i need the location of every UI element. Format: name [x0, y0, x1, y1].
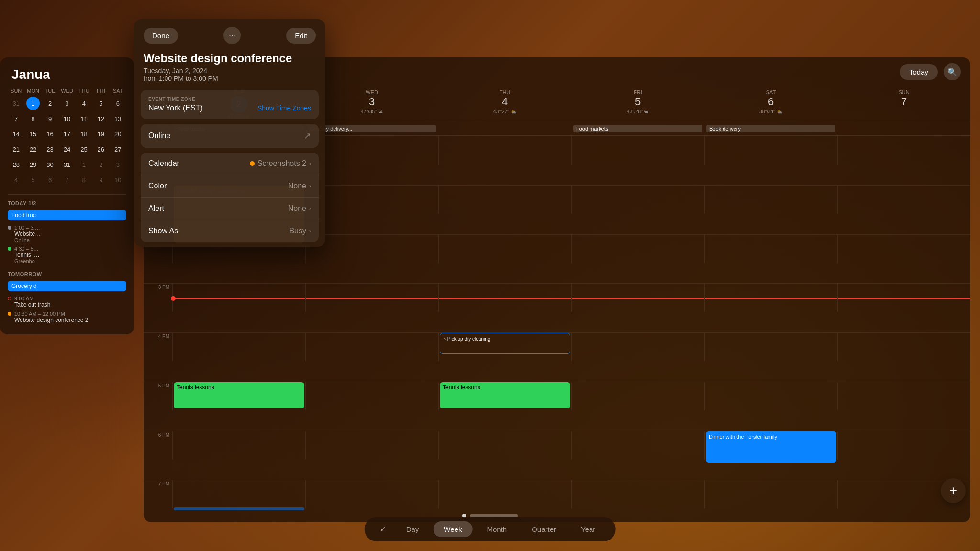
time-cell-sat-5pm[interactable]	[704, 382, 837, 410]
col-header-thu[interactable]: THU 4 43°/27° ⛅	[438, 86, 571, 122]
nav-check-icon[interactable]: ✓	[374, 521, 392, 538]
cal-day[interactable]: 22	[26, 143, 40, 156]
time-cell-wed-7pm[interactable]	[305, 480, 438, 508]
cal-day[interactable]: 9	[94, 173, 108, 187]
cal-day[interactable]: 16	[44, 127, 57, 141]
add-event-button[interactable]: +	[941, 478, 966, 503]
time-cell-tue-3pm[interactable]	[172, 283, 305, 312]
time-cell-sun-4pm[interactable]	[837, 332, 970, 361]
time-cell-thu-6pm[interactable]	[438, 431, 571, 460]
event-pickup-dry[interactable]: ○ Pick up dry cleaning	[440, 333, 570, 354]
cal-day[interactable]: 17	[60, 127, 74, 141]
allday-event[interactable]: Grocery delivery...	[307, 125, 436, 132]
cal-day[interactable]: 30	[44, 158, 57, 171]
cal-day[interactable]: 7	[60, 173, 74, 187]
time-cell-fri-12[interactable]	[571, 136, 704, 165]
nav-item-week[interactable]: Week	[433, 521, 472, 537]
cal-day[interactable]: 23	[44, 143, 57, 156]
cal-day[interactable]: 21	[10, 143, 23, 156]
time-cell-sat-2pm[interactable]	[704, 234, 837, 263]
show-as-row[interactable]: Show As Busy ›	[141, 220, 319, 242]
cal-day-today[interactable]: 1	[26, 97, 40, 110]
time-cell-tue-6pm[interactable]	[172, 431, 305, 460]
time-cell-fri-4pm[interactable]	[571, 332, 704, 361]
time-cell-tue-5pm[interactable]: Tennis lessons	[172, 382, 305, 410]
cal-day[interactable]: 3	[60, 97, 74, 110]
cal-day[interactable]: 6	[44, 173, 57, 187]
nav-item-day[interactable]: Day	[396, 521, 430, 537]
cal-day[interactable]: 28	[10, 158, 23, 171]
col-header-sat[interactable]: SAT 6 38°/34° ⛅	[704, 86, 837, 122]
cal-day[interactable]: 4	[77, 97, 90, 110]
more-options-button[interactable]: ···	[223, 27, 241, 44]
cal-day[interactable]: 9	[44, 112, 57, 125]
time-cell-fri-3pm[interactable]	[571, 283, 704, 312]
sidebar-today-badge[interactable]: Food truc	[8, 210, 126, 220]
nav-item-quarter[interactable]: Quarter	[521, 521, 567, 537]
time-cell-fri-1pm[interactable]	[571, 185, 704, 214]
cal-day[interactable]: 20	[111, 127, 124, 141]
time-cell-tue-4pm[interactable]	[172, 332, 305, 361]
time-cell-fri-6pm[interactable]	[571, 431, 704, 460]
cal-day[interactable]: 5	[94, 97, 108, 110]
time-cell-sun-3pm[interactable]	[837, 283, 970, 312]
time-cell-fri-5pm[interactable]	[571, 382, 704, 410]
cal-day[interactable]: 24	[60, 143, 74, 156]
time-cell-sun-12[interactable]	[837, 136, 970, 165]
cal-day[interactable]: 8	[77, 173, 90, 187]
time-cell-thu-3pm[interactable]	[438, 283, 571, 312]
time-cell-sun-6pm[interactable]	[837, 431, 970, 460]
cal-day[interactable]: 15	[26, 127, 40, 141]
time-cell-sat-1pm[interactable]	[704, 185, 837, 214]
cal-day[interactable]: 10	[111, 173, 124, 187]
time-cell-fri-2pm[interactable]	[571, 234, 704, 263]
cal-day[interactable]: 11	[77, 112, 90, 125]
time-cell-sat-4pm[interactable]	[704, 332, 837, 361]
cal-day[interactable]: 31	[10, 97, 23, 110]
cal-day[interactable]: 25	[77, 143, 90, 156]
show-timezones-link[interactable]: Show Time Zones	[257, 104, 311, 112]
event-dinner-forster[interactable]: Dinner with the Forster family	[706, 431, 836, 463]
time-cell-thu-2pm[interactable]	[438, 234, 571, 263]
time-cell-sun-5pm[interactable]	[837, 382, 970, 410]
sidebar-event-item[interactable]: 10:30 AM – 12:00 PM Website design confe…	[8, 309, 126, 325]
time-cell-sat-7pm[interactable]	[704, 480, 837, 508]
time-cell-wed-4pm[interactable]	[305, 332, 438, 361]
time-cell-wed-3pm[interactable]	[305, 283, 438, 312]
allday-event[interactable]: Book delivery	[706, 125, 835, 132]
cal-day[interactable]: 12	[94, 112, 108, 125]
cal-day[interactable]: 2	[94, 158, 108, 171]
cal-day[interactable]: 1	[77, 158, 90, 171]
alert-row[interactable]: Alert None ›	[141, 198, 319, 220]
cal-day[interactable]: 4	[10, 173, 23, 187]
cal-day[interactable]: 29	[26, 158, 40, 171]
time-cell-sat-12[interactable]	[704, 136, 837, 165]
calendar-row[interactable]: Calendar Screenshots 2 ›	[141, 153, 319, 175]
cal-day[interactable]: 19	[94, 127, 108, 141]
allday-event[interactable]: Food markets	[573, 125, 702, 132]
sidebar-tomorrow-badge[interactable]: Grocery d	[8, 281, 126, 291]
nav-item-year[interactable]: Year	[570, 521, 606, 537]
cal-day[interactable]: 6	[111, 97, 124, 110]
online-row[interactable]: Online ↗	[141, 124, 319, 148]
time-cell-tue-7pm[interactable]	[172, 480, 305, 508]
event-tennis-thu[interactable]: Tennis lessons	[440, 382, 570, 408]
cal-day[interactable]: 27	[111, 143, 124, 156]
sidebar-event-item[interactable]: 4:30 – 5… Tennis l… Greenho	[8, 244, 126, 265]
time-cell-fri-7pm[interactable]	[571, 480, 704, 508]
cal-day[interactable]: 2	[44, 97, 57, 110]
cal-day[interactable]: 26	[94, 143, 108, 156]
time-cell-sun-2pm[interactable]	[837, 234, 970, 263]
time-cell-sun-1pm[interactable]	[837, 185, 970, 214]
time-cell-wed-6pm[interactable]	[305, 431, 438, 460]
col-header-sun[interactable]: SUN 7	[837, 86, 970, 122]
cal-day[interactable]: 5	[26, 173, 40, 187]
cal-day[interactable]: 31	[60, 158, 74, 171]
cal-day[interactable]: 3	[111, 158, 124, 171]
time-cell-sat-6pm[interactable]: Dinner with the Forster family	[704, 431, 837, 460]
time-cell-thu-1pm[interactable]	[438, 185, 571, 214]
cal-day[interactable]: 13	[111, 112, 124, 125]
col-header-fri[interactable]: FRI 5 43°/28° 🌥	[571, 86, 704, 122]
sidebar-event-item[interactable]: 9:00 AM Take out trash	[8, 294, 126, 309]
edit-button[interactable]: Edit	[286, 28, 316, 44]
